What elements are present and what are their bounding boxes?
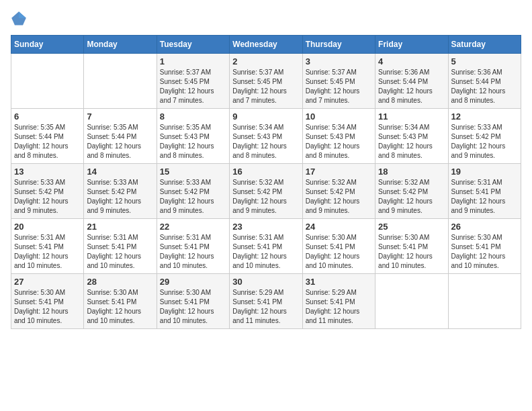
day-number: 12 — [451, 111, 518, 122]
calendar-cell: 14Sunrise: 5:33 AMSunset: 5:42 PMDayligh… — [84, 164, 157, 219]
page-header — [11, 11, 521, 27]
day-info: Sunrise: 5:31 AMSunset: 5:41 PMDaylight:… — [87, 233, 153, 271]
weekday-header-saturday: Saturday — [448, 36, 521, 54]
calendar-cell: 28Sunrise: 5:30 AMSunset: 5:41 PMDayligh… — [84, 274, 157, 329]
day-number: 1 — [160, 56, 226, 66]
day-info: Sunrise: 5:37 AMSunset: 5:45 PMDaylight:… — [232, 68, 299, 105]
calendar-cell: 11Sunrise: 5:34 AMSunset: 5:43 PMDayligh… — [375, 109, 448, 164]
calendar-cell: 25Sunrise: 5:30 AMSunset: 5:41 PMDayligh… — [375, 219, 448, 274]
calendar-cell: 29Sunrise: 5:30 AMSunset: 5:41 PMDayligh… — [157, 274, 229, 329]
day-number: 10 — [306, 111, 372, 122]
day-info: Sunrise: 5:33 AMSunset: 5:42 PMDaylight:… — [451, 123, 518, 161]
calendar-cell: 31Sunrise: 5:29 AMSunset: 5:41 PMDayligh… — [302, 274, 375, 329]
day-number: 23 — [232, 222, 299, 232]
calendar-cell: 4Sunrise: 5:36 AMSunset: 5:44 PMDaylight… — [375, 54, 448, 109]
day-info: Sunrise: 5:32 AMSunset: 5:42 PMDaylight:… — [232, 178, 299, 216]
day-number: 25 — [378, 222, 445, 232]
calendar-cell: 5Sunrise: 5:36 AMSunset: 5:44 PMDaylight… — [448, 54, 521, 109]
calendar-cell — [84, 54, 157, 109]
day-number: 3 — [306, 56, 372, 66]
day-info: Sunrise: 5:36 AMSunset: 5:44 PMDaylight:… — [378, 68, 445, 105]
calendar-week-row: 6Sunrise: 5:35 AMSunset: 5:44 PMDaylight… — [11, 109, 521, 164]
calendar-cell: 27Sunrise: 5:30 AMSunset: 5:41 PMDayligh… — [11, 274, 84, 329]
day-info: Sunrise: 5:31 AMSunset: 5:41 PMDaylight:… — [160, 233, 226, 271]
day-info: Sunrise: 5:32 AMSunset: 5:42 PMDaylight:… — [306, 178, 372, 216]
calendar-cell: 30Sunrise: 5:29 AMSunset: 5:41 PMDayligh… — [230, 274, 302, 329]
day-info: Sunrise: 5:35 AMSunset: 5:43 PMDaylight:… — [160, 123, 226, 161]
weekday-header-monday: Monday — [84, 36, 157, 54]
calendar-week-row: 20Sunrise: 5:31 AMSunset: 5:41 PMDayligh… — [11, 219, 521, 274]
calendar-table: SundayMondayTuesdayWednesdayThursdayFrid… — [11, 35, 521, 329]
day-number: 31 — [306, 277, 372, 287]
weekday-header-sunday: Sunday — [11, 36, 84, 54]
day-info: Sunrise: 5:37 AMSunset: 5:45 PMDaylight:… — [160, 68, 226, 105]
day-info: Sunrise: 5:30 AMSunset: 5:41 PMDaylight:… — [14, 288, 81, 326]
day-info: Sunrise: 5:33 AMSunset: 5:42 PMDaylight:… — [160, 178, 226, 216]
day-number: 20 — [14, 222, 81, 232]
calendar-cell: 26Sunrise: 5:30 AMSunset: 5:41 PMDayligh… — [448, 219, 521, 274]
day-number: 26 — [451, 222, 518, 232]
day-info: Sunrise: 5:35 AMSunset: 5:44 PMDaylight:… — [87, 123, 153, 161]
calendar-cell: 9Sunrise: 5:34 AMSunset: 5:43 PMDaylight… — [230, 109, 302, 164]
day-number: 16 — [232, 167, 299, 177]
day-info: Sunrise: 5:31 AMSunset: 5:41 PMDaylight:… — [232, 233, 299, 271]
day-number: 15 — [160, 167, 226, 177]
day-number: 14 — [87, 167, 153, 177]
calendar-cell: 12Sunrise: 5:33 AMSunset: 5:42 PMDayligh… — [448, 109, 521, 164]
day-info: Sunrise: 5:35 AMSunset: 5:44 PMDaylight:… — [14, 123, 81, 161]
calendar-week-row: 13Sunrise: 5:33 AMSunset: 5:42 PMDayligh… — [11, 164, 521, 219]
calendar-cell: 13Sunrise: 5:33 AMSunset: 5:42 PMDayligh… — [11, 164, 84, 219]
day-info: Sunrise: 5:30 AMSunset: 5:41 PMDaylight:… — [451, 233, 518, 271]
day-number: 7 — [87, 111, 153, 122]
calendar-cell — [448, 274, 521, 329]
calendar-cell: 18Sunrise: 5:32 AMSunset: 5:42 PMDayligh… — [375, 164, 448, 219]
day-info: Sunrise: 5:30 AMSunset: 5:41 PMDaylight:… — [306, 233, 372, 271]
day-info: Sunrise: 5:29 AMSunset: 5:41 PMDaylight:… — [306, 288, 372, 326]
weekday-header-row: SundayMondayTuesdayWednesdayThursdayFrid… — [11, 36, 521, 54]
day-number: 22 — [160, 222, 226, 232]
day-info: Sunrise: 5:29 AMSunset: 5:41 PMDaylight:… — [232, 288, 299, 326]
day-number: 21 — [87, 222, 153, 232]
day-number: 19 — [451, 167, 518, 177]
calendar-cell — [11, 54, 84, 109]
calendar-cell: 24Sunrise: 5:30 AMSunset: 5:41 PMDayligh… — [302, 219, 375, 274]
calendar-cell: 3Sunrise: 5:37 AMSunset: 5:45 PMDaylight… — [302, 54, 375, 109]
day-info: Sunrise: 5:33 AMSunset: 5:42 PMDaylight:… — [87, 178, 153, 216]
day-info: Sunrise: 5:33 AMSunset: 5:42 PMDaylight:… — [14, 178, 81, 216]
weekday-header-tuesday: Tuesday — [157, 36, 229, 54]
calendar-cell: 19Sunrise: 5:31 AMSunset: 5:41 PMDayligh… — [448, 164, 521, 219]
calendar-cell: 23Sunrise: 5:31 AMSunset: 5:41 PMDayligh… — [230, 219, 302, 274]
day-number: 30 — [232, 277, 299, 287]
day-info: Sunrise: 5:37 AMSunset: 5:45 PMDaylight:… — [306, 68, 372, 105]
day-info: Sunrise: 5:36 AMSunset: 5:44 PMDaylight:… — [451, 68, 518, 105]
calendar-cell: 22Sunrise: 5:31 AMSunset: 5:41 PMDayligh… — [157, 219, 229, 274]
day-number: 18 — [378, 167, 445, 177]
day-number: 17 — [306, 167, 372, 177]
calendar-cell: 21Sunrise: 5:31 AMSunset: 5:41 PMDayligh… — [84, 219, 157, 274]
calendar-cell: 20Sunrise: 5:31 AMSunset: 5:41 PMDayligh… — [11, 219, 84, 274]
day-number: 29 — [160, 277, 226, 287]
calendar-cell: 8Sunrise: 5:35 AMSunset: 5:43 PMDaylight… — [157, 109, 229, 164]
day-number: 11 — [378, 111, 445, 122]
calendar-cell — [375, 274, 448, 329]
calendar-week-row: 27Sunrise: 5:30 AMSunset: 5:41 PMDayligh… — [11, 274, 521, 329]
day-info: Sunrise: 5:30 AMSunset: 5:41 PMDaylight:… — [160, 288, 226, 326]
day-number: 27 — [14, 277, 81, 287]
calendar-week-row: 1Sunrise: 5:37 AMSunset: 5:45 PMDaylight… — [11, 54, 521, 109]
day-info: Sunrise: 5:34 AMSunset: 5:43 PMDaylight:… — [306, 123, 372, 161]
calendar-cell: 1Sunrise: 5:37 AMSunset: 5:45 PMDaylight… — [157, 54, 229, 109]
calendar-cell: 2Sunrise: 5:37 AMSunset: 5:45 PMDaylight… — [230, 54, 302, 109]
day-number: 2 — [232, 56, 299, 66]
svg-marker-1 — [19, 11, 26, 18]
calendar-cell: 16Sunrise: 5:32 AMSunset: 5:42 PMDayligh… — [230, 164, 302, 219]
day-number: 8 — [160, 111, 226, 122]
day-number: 24 — [306, 222, 372, 232]
day-number: 4 — [378, 56, 445, 66]
day-number: 13 — [14, 167, 81, 177]
day-number: 6 — [14, 111, 81, 122]
day-info: Sunrise: 5:31 AMSunset: 5:41 PMDaylight:… — [451, 178, 518, 216]
weekday-header-friday: Friday — [375, 36, 448, 54]
day-number: 28 — [87, 277, 153, 287]
logo-icon — [11, 11, 27, 27]
day-info: Sunrise: 5:30 AMSunset: 5:41 PMDaylight:… — [378, 233, 445, 271]
